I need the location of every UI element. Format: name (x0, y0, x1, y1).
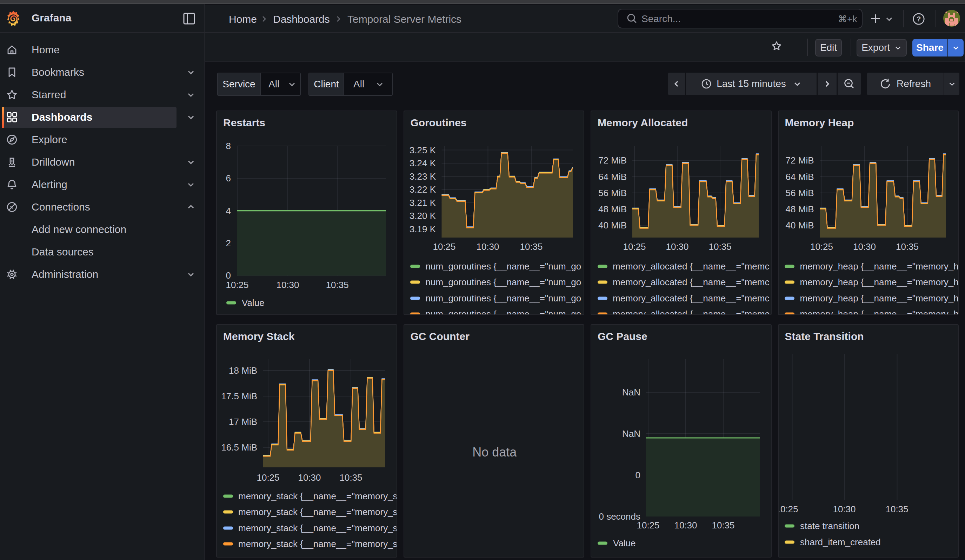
svg-text:?: ? (917, 15, 921, 23)
